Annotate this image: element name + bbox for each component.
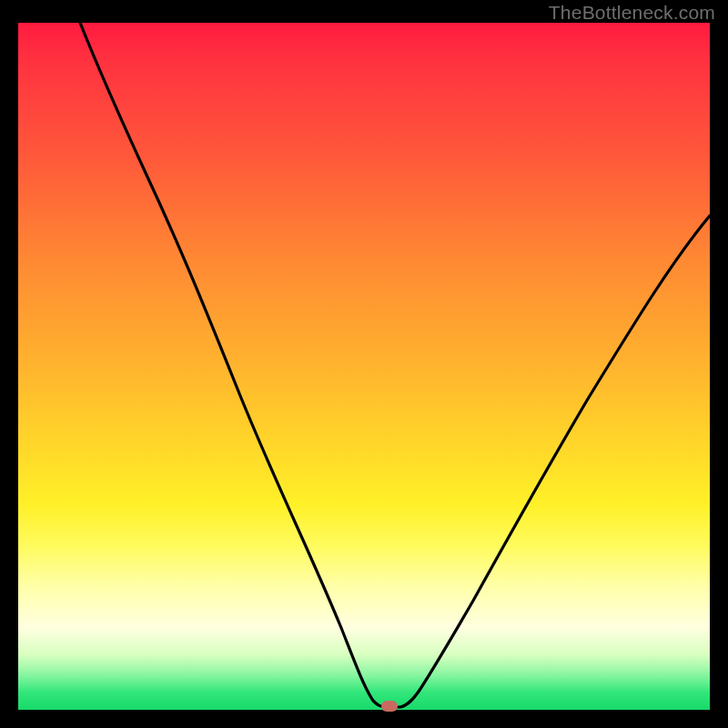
optimal-point-marker <box>381 701 398 712</box>
bottleneck-curve-path <box>80 23 710 707</box>
bottleneck-curve-svg <box>18 23 710 710</box>
chart-plot-area <box>18 23 710 710</box>
watermark-text: TheBottleneck.com <box>549 2 715 24</box>
